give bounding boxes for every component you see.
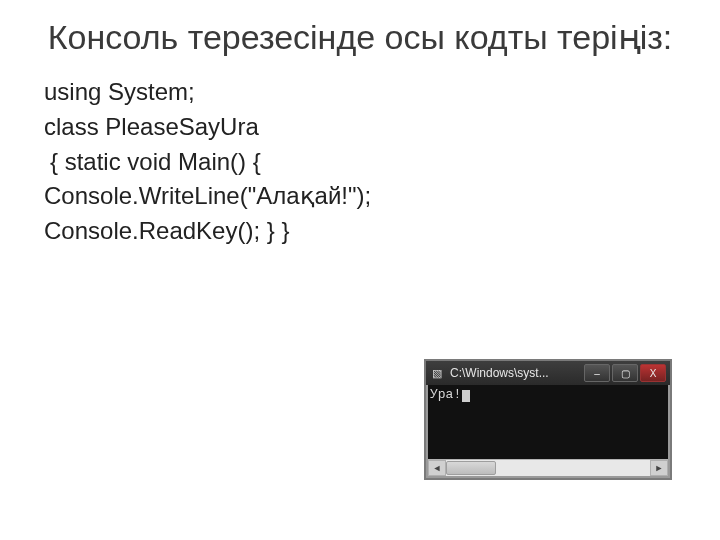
titlebar: ▧ C:\Windows\syst... – ▢ X [426,361,670,385]
window-title: C:\Windows\syst... [450,366,578,380]
window-buttons: – ▢ X [584,364,666,382]
scroll-thumb[interactable] [446,461,496,475]
output-text: Ура! [430,387,461,402]
minimize-button[interactable]: – [584,364,610,382]
code-line: { static void Main() { [44,145,680,180]
scroll-right-button[interactable]: ► [650,460,668,476]
maximize-button[interactable]: ▢ [612,364,638,382]
code-block: using System; class PleaseSayUra { stati… [40,75,680,249]
code-line: using System; [44,75,680,110]
cursor-icon [462,390,470,402]
scroll-left-button[interactable]: ◄ [428,460,446,476]
code-line: class PleaseSayUra [44,110,680,145]
console-body: Ура! ◄ ► [426,385,670,478]
console-window: ▧ C:\Windows\syst... – ▢ X Ура! ◄ ► [424,359,672,480]
close-button[interactable]: X [640,364,666,382]
console-output: Ура! [428,385,668,459]
slide-title: Консоль терезесінде осы кодты теріңіз: [40,18,680,57]
code-line: Console.ReadKey(); } } [44,214,680,249]
cmd-icon: ▧ [430,366,444,380]
code-line: Console.WriteLine("Алақай!"); [44,179,680,214]
scroll-track[interactable] [446,460,650,476]
horizontal-scrollbar[interactable]: ◄ ► [428,459,668,476]
